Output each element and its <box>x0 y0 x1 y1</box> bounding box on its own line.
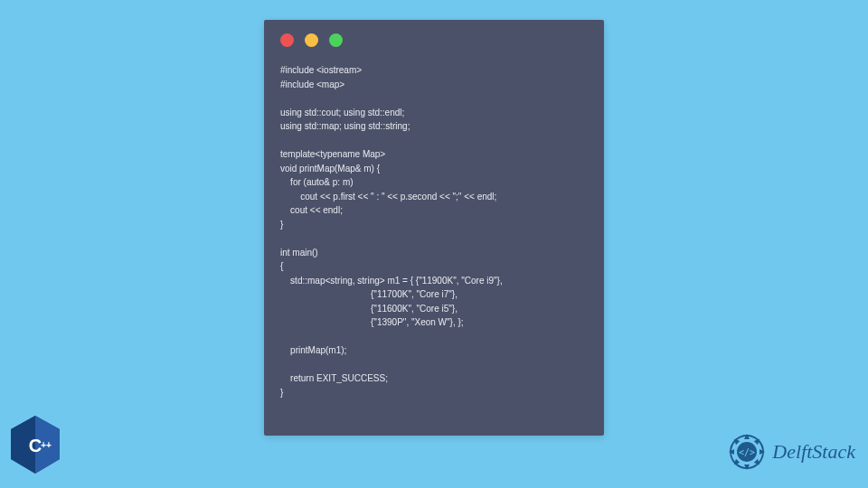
delftstack-logo: </> DelftStack <box>727 432 855 472</box>
delftstack-label: DelftStack <box>772 440 855 464</box>
delftstack-gear-icon: </> <box>727 432 767 472</box>
close-dot-icon <box>280 33 294 47</box>
maximize-dot-icon <box>329 33 343 47</box>
code-window: #include <iostream> #include <map> using… <box>264 20 604 436</box>
code-content: #include <iostream> #include <map> using… <box>264 56 604 407</box>
window-controls <box>264 20 604 56</box>
svg-text:++: ++ <box>41 440 52 450</box>
cpp-logo-text: C <box>29 436 42 455</box>
minimize-dot-icon <box>305 33 318 47</box>
cpp-logo-icon: C ++ <box>7 414 63 477</box>
svg-text:</>: </> <box>739 447 755 457</box>
